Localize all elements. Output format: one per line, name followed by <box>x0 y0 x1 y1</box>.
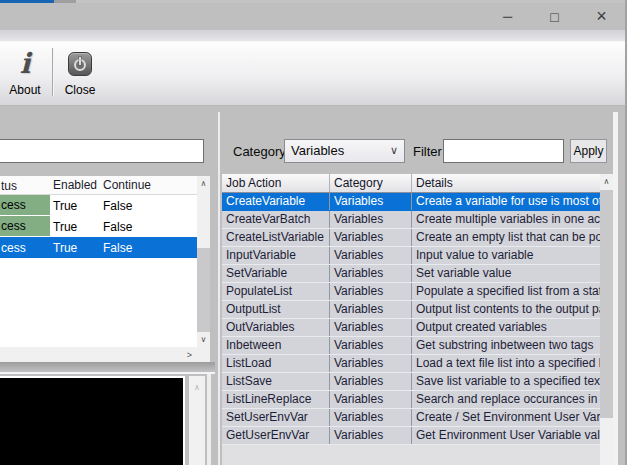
cell-continue: False <box>100 241 160 255</box>
cell-details: Create multiple variables in one action <box>412 211 613 228</box>
cell-enabled: True <box>50 241 100 255</box>
table-row[interactable]: cess True False <box>0 195 210 216</box>
menu-strip <box>0 30 627 42</box>
scroll-up-icon[interactable]: ∧ <box>189 380 205 395</box>
cell-job-action: OutVariables <box>222 319 330 336</box>
scroll-down-icon[interactable]: ∨ <box>197 332 210 347</box>
apply-button[interactable]: Apply <box>570 139 607 163</box>
console-output-panel <box>0 376 185 465</box>
cell-details: Output list contents to the output pane <box>412 301 613 318</box>
status-table-rows: cess True False cess True False cess Tru… <box>0 195 210 258</box>
horizontal-splitter[interactable] <box>0 362 215 374</box>
cell-job-action: CreateVariable <box>222 193 330 210</box>
console-border-strip <box>207 374 211 465</box>
table-row[interactable]: Inbetween Variables Get substring inbetw… <box>222 337 613 355</box>
cell-category: Variables <box>330 301 412 318</box>
table-row[interactable]: CreateListVariable Variables Create an e… <box>222 229 613 247</box>
about-button-label: About <box>9 83 40 97</box>
toolbar-separator <box>52 48 53 96</box>
cell-enabled: True <box>50 199 100 213</box>
table-row[interactable]: InputVariable Variables Input value to v… <box>222 247 613 265</box>
maximize-icon: □ <box>550 9 558 25</box>
titlebar: ─ □ × <box>0 3 627 30</box>
cell-category: Variables <box>330 319 412 336</box>
toolbar: i About Close <box>0 42 627 106</box>
cell-category: Variables <box>330 265 412 282</box>
job-action-table-header: Job Action Category Details <box>222 174 613 193</box>
table-row[interactable]: CreateVariable Variables Create a variab… <box>222 193 613 211</box>
scrollbar-thumb[interactable] <box>600 190 613 418</box>
cell-job-action: CreateListVariable <box>222 229 330 246</box>
cell-details: Save list variable to a specified text f… <box>412 373 613 390</box>
right-vertical-scrollbar[interactable]: ∧ <box>600 174 613 465</box>
column-header-job-action[interactable]: Job Action <box>222 174 330 192</box>
scroll-right-icon[interactable]: > <box>182 347 197 362</box>
table-row[interactable]: OutputList Variables Output list content… <box>222 301 613 319</box>
cell-category: Variables <box>330 229 412 246</box>
cell-details: Create an empty list that can be popula <box>412 229 613 246</box>
column-header-category[interactable]: Category <box>330 174 412 192</box>
close-window-button[interactable]: × <box>578 3 625 30</box>
table-row[interactable]: ListLineReplace Variables Search and rep… <box>222 391 613 409</box>
column-header-details[interactable]: Details <box>412 174 600 192</box>
cell-job-action: OutputList <box>222 301 330 318</box>
cell-details: Get Environment User Variable value <box>412 427 613 444</box>
column-header-enabled[interactable]: Enabled <box>50 176 100 194</box>
category-selected-value: Variables <box>291 143 344 158</box>
right-panel-edge-strip <box>613 112 618 465</box>
scroll-up-icon[interactable]: ∧ <box>197 176 210 191</box>
cell-details: Populate a specified list from a static … <box>412 283 613 300</box>
job-action-rows: CreateVariable Variables Create a variab… <box>222 193 613 445</box>
left-vertical-scrollbar[interactable]: ∧ ∨ <box>197 176 210 347</box>
cell-status: cess <box>0 216 50 237</box>
cell-enabled: True <box>50 220 100 234</box>
cell-details: Search and replace occurances in all lin <box>412 391 613 408</box>
cell-job-action: CreateVarBatch <box>222 211 330 228</box>
table-row[interactable]: cess True False <box>0 237 210 258</box>
close-app-button[interactable]: Close <box>57 46 103 102</box>
maximize-button[interactable]: □ <box>531 3 578 30</box>
table-row[interactable]: SetVariable Variables Set variable value <box>222 265 613 283</box>
table-row[interactable]: PopulateList Variables Populate a specif… <box>222 283 613 301</box>
cell-continue: False <box>100 199 160 213</box>
cell-category: Variables <box>330 247 412 264</box>
cell-details: Set variable value <box>412 265 613 282</box>
cell-job-action: SetVariable <box>222 265 330 282</box>
job-action-table: Job Action Category Details CreateVariab… <box>222 174 613 465</box>
table-row[interactable]: ListSave Variables Save list variable to… <box>222 373 613 391</box>
column-header-continue[interactable]: Continue <box>100 176 160 194</box>
cell-category: Variables <box>330 355 412 372</box>
info-icon: i <box>20 49 31 79</box>
scroll-up-icon[interactable]: ∧ <box>600 174 613 189</box>
left-horizontal-scrollbar[interactable]: > <box>0 347 197 362</box>
column-header-status[interactable]: tus <box>0 176 50 194</box>
minimize-icon: ─ <box>503 9 512 24</box>
console-scrollbar[interactable]: ∧ <box>189 376 205 465</box>
cell-continue: False <box>100 220 160 234</box>
panel-divider <box>218 112 220 465</box>
table-row[interactable]: SetUserEnvVar Variables Create / Set Env… <box>222 409 613 427</box>
cell-job-action: SetUserEnvVar <box>222 409 330 426</box>
cell-job-action: InputVariable <box>222 247 330 264</box>
cell-details: Load a text file list into a specified l… <box>412 355 613 372</box>
cell-details: Input value to variable <box>412 247 613 264</box>
cell-job-action: ListSave <box>222 373 330 390</box>
scrollbar-thumb[interactable] <box>197 248 210 332</box>
cell-category: Variables <box>330 391 412 408</box>
cell-details: Create / Set Environment User Variable <box>412 409 613 426</box>
left-search-input[interactable] <box>0 139 204 163</box>
table-row[interactable]: CreateVarBatch Variables Create multiple… <box>222 211 613 229</box>
cell-job-action: ListLineReplace <box>222 391 330 408</box>
scrollbar-corner <box>197 347 210 362</box>
chevron-down-icon: ∨ <box>390 144 398 157</box>
filter-input[interactable] <box>443 139 564 163</box>
status-table-header: tus Enabled Continue <box>0 176 210 195</box>
table-row[interactable]: ListLoad Variables Load a text file list… <box>222 355 613 373</box>
table-row[interactable]: GetUserEnvVar Variables Get Environment … <box>222 427 613 445</box>
minimize-button[interactable]: ─ <box>484 3 531 30</box>
table-row[interactable]: OutVariables Variables Output created va… <box>222 319 613 337</box>
about-button[interactable]: i About <box>2 46 48 102</box>
category-dropdown[interactable]: Variables ∨ <box>284 139 405 163</box>
cell-status: cess <box>0 237 50 258</box>
table-row[interactable]: cess True False <box>0 216 210 237</box>
